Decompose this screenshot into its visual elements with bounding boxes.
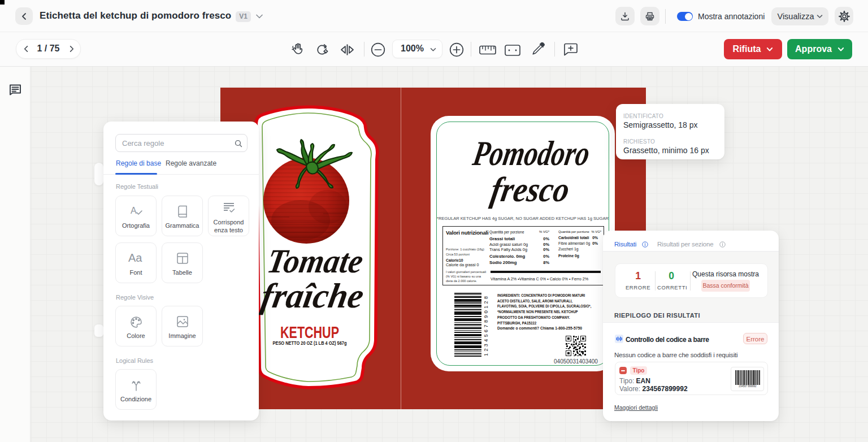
svg-text:fresco: fresco <box>488 170 572 209</box>
svg-text:PESO NETTO 20 OZ (1 LB 4 OZ) 5: PESO NETTO 20 OZ (1 LB 4 OZ) 567g <box>273 340 347 346</box>
svg-text:Pomodoro: Pomodoro <box>470 133 593 172</box>
svg-text:234567 899992: 234567 899992 <box>739 385 757 387</box>
svg-text:1234567890128: 1234567890128 <box>483 296 489 356</box>
svg-text:KETCHUP: KETCHUP <box>280 323 339 341</box>
svg-text:Tomate: Tomate <box>264 242 366 279</box>
svg-text:Aa: Aa <box>128 252 142 264</box>
svg-text:fraîche: fraîche <box>258 276 367 315</box>
svg-text:A: A <box>131 206 137 215</box>
